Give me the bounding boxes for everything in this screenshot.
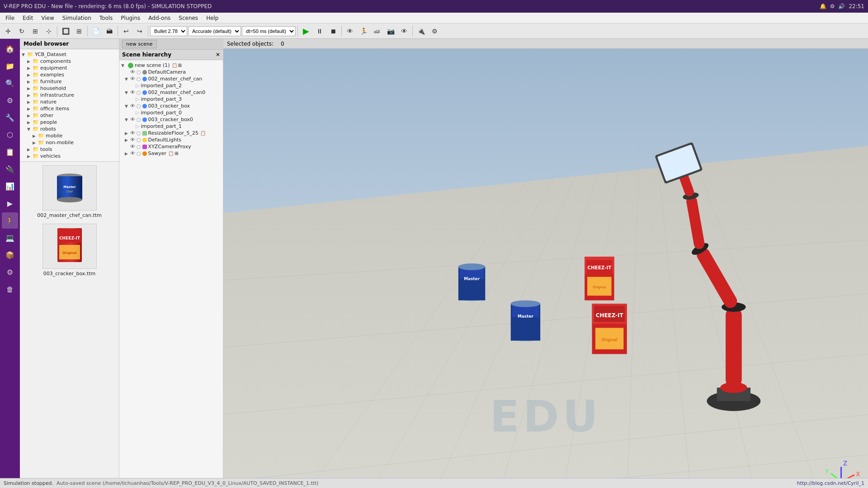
menu-help[interactable]: Help: [203, 14, 222, 22]
tree-household[interactable]: ▶ 📁 household: [20, 85, 119, 92]
model-tree[interactable]: ▼ 📁 YCB_Dataset ▶ 📁 components ▶ 📁 equip…: [20, 49, 119, 162]
tree-robots[interactable]: ▼ 📁 robots: [20, 126, 119, 132]
tree-non-mobile[interactable]: ▶ 📁 non-mobile: [20, 139, 119, 146]
scene-header-close[interactable]: ✕: [216, 52, 220, 58]
sidebar-folder-icon[interactable]: 📁: [2, 58, 18, 74]
scene-item-imported-part-0[interactable]: ▷ imported_part_0: [119, 109, 223, 116]
menubar: File Edit View Simulation Tools Plugins …: [0, 13, 868, 23]
tb-pause-btn[interactable]: ⏸: [313, 25, 326, 38]
sidebar-play-icon[interactable]: ▶: [2, 195, 18, 211]
sidebar-gear2-icon[interactable]: ⚙: [2, 264, 18, 280]
scene-tab-bar: new scene: [119, 39, 223, 50]
tree-other[interactable]: ▶ 📁 other: [20, 112, 119, 119]
menu-edit[interactable]: Edit: [19, 14, 37, 22]
status-right: http://blog.csdn.net/Cyril_1: [797, 480, 864, 486]
menu-scenes[interactable]: Scenes: [175, 14, 202, 22]
tb-grid-btn[interactable]: ⊞: [73, 25, 85, 38]
tree-furniture[interactable]: ▶ 📁 furniture: [20, 78, 119, 85]
model-item-master-chef[interactable]: Master Chef 002_master_chef_can.ttm: [24, 165, 115, 218]
tb-snap-btn[interactable]: 🔲: [59, 25, 72, 38]
sidebar-settings-icon[interactable]: ⚙: [2, 92, 18, 108]
sidebar-search-icon[interactable]: 🔍: [2, 75, 18, 91]
tb-undo-btn[interactable]: ↩: [120, 25, 132, 38]
model-label-master-chef: 002_master_chef_can.ttm: [37, 212, 102, 218]
tb-select-btn[interactable]: ⊹: [42, 25, 55, 38]
scene-content: ▼ new scene (1) 📋 ⊞ 👁 ○ DefaultCamera ▼ …: [119, 60, 223, 478]
sidebar-figure-icon[interactable]: 🚶: [2, 212, 18, 229]
scene-item-imported-part-1[interactable]: ▷ imported_part_1: [119, 123, 223, 130]
scene-item-resizable-floor[interactable]: ▶ 👁 ○ ResizableFloor_5_25 📋: [119, 130, 223, 136]
new-scene-tab[interactable]: new scene: [122, 40, 157, 48]
menu-simulation[interactable]: Simulation: [59, 14, 95, 22]
tree-vehicles[interactable]: ▶ 📁 vehicles: [20, 153, 119, 160]
tb-api-btn[interactable]: ⚙: [428, 25, 441, 38]
tb-play-btn[interactable]: ▶: [300, 25, 312, 38]
tb-view2-btn[interactable]: 🏃: [357, 25, 370, 38]
tree-office-items[interactable]: ▶ 📁 office items: [20, 105, 119, 112]
tb-cam-btn[interactable]: 📷: [384, 25, 397, 38]
tb-connect-btn[interactable]: 🔌: [415, 25, 427, 38]
tb-eye-btn[interactable]: 👁: [398, 25, 410, 38]
accuracy-select[interactable]: Accurate (default): [188, 26, 241, 36]
scene-item-master-chef-can[interactable]: ▼ 👁 ○ 002_master_chef_can: [119, 75, 223, 82]
scene-svg: Master Master CHEEZ-IT Ori: [223, 49, 868, 478]
model-item-cracker-box[interactable]: CHEEZ-IT Original 003_cracker_box.ttm: [24, 224, 115, 277]
tree-equipment[interactable]: ▶ 📁 equipment: [20, 65, 119, 71]
menu-file[interactable]: File: [2, 14, 18, 22]
sidebar-tools-icon[interactable]: 🔧: [2, 109, 18, 126]
sidebar-list-icon[interactable]: 📋: [2, 144, 18, 160]
menu-view[interactable]: View: [38, 14, 57, 22]
scene-item-cracker-box[interactable]: ▼ 👁 ○ 003_cracker_box: [119, 103, 223, 109]
tb-stop-btn[interactable]: ⏹: [327, 25, 340, 38]
toolbar: ✛ ↻ ⊞ ⊹ 🔲 ⊞ 📄 🏔 ↩ ↪ Bullet 2.78 Accurate…: [0, 23, 868, 39]
sidebar-chart-icon[interactable]: 📊: [2, 178, 18, 194]
menu-addons[interactable]: Add-ons: [145, 14, 174, 22]
tree-examples[interactable]: ▶ 📁 examples: [20, 71, 119, 78]
tree-mobile[interactable]: ▶ 📁 mobile: [20, 132, 119, 139]
sidebar-terminal-icon[interactable]: 💻: [2, 230, 18, 246]
svg-text:Chef: Chef: [66, 190, 73, 193]
scene-item-default-lights[interactable]: ▶ 👁 ○ DefaultLights: [119, 136, 223, 143]
sidebar-hex-icon[interactable]: ⬡: [2, 127, 18, 143]
tree-people[interactable]: ▶ 📁 people: [20, 119, 119, 126]
tree-ycb[interactable]: ▼ 📁 YCB_Dataset: [20, 51, 119, 58]
tb-redo-btn[interactable]: ↪: [133, 25, 146, 38]
tb-scene-prop-btn[interactable]: 🏔: [103, 25, 116, 38]
tb-rotate-btn[interactable]: ↻: [15, 25, 28, 38]
scene-item-sawyer[interactable]: ▶ 👁 ○ Sawyer 📋 ⊞: [119, 150, 223, 157]
3d-viewport[interactable]: EDU: [223, 49, 868, 478]
tb-view1-btn[interactable]: 👁: [344, 25, 356, 38]
svg-text:Y: Y: [825, 468, 829, 475]
timestep-select[interactable]: dt=50 ms (default): [242, 26, 296, 36]
physics-engine-select[interactable]: Bullet 2.78: [150, 26, 187, 36]
scene-item-root[interactable]: ▼ new scene (1) 📋 ⊞: [119, 62, 223, 69]
menu-tools[interactable]: Tools: [96, 14, 117, 22]
sidebar-home-icon[interactable]: 🏠: [2, 41, 18, 57]
tb-scale-btn[interactable]: ⊞: [29, 25, 42, 38]
tree-tools[interactable]: ▶ 📁 tools: [20, 146, 119, 153]
svg-text:Original: Original: [593, 285, 606, 289]
settings-icon: ⚙: [830, 3, 835, 9]
scene-item-xyz-camera-proxy[interactable]: 👁 ○ XYZCameraProxy: [119, 143, 223, 150]
tree-nature[interactable]: ▶ 📁 nature: [20, 99, 119, 105]
scene-item-master-chef-can0[interactable]: ▼ 👁 ○ 002_master_chef_can0: [119, 89, 223, 96]
sidebar-plugin-icon[interactable]: 🔌: [2, 161, 18, 177]
menu-plugins[interactable]: Plugins: [117, 14, 144, 22]
tb-sep-6: [341, 26, 342, 37]
scene-item-default-camera[interactable]: 👁 ○ DefaultCamera: [119, 69, 223, 75]
tree-components[interactable]: ▶ 📁 components: [20, 58, 119, 65]
statusbar: Simulation stopped. Auto-saved scene (/h…: [0, 478, 868, 488]
scene-item-imported-part-3[interactable]: ▷ imported_part_3: [119, 96, 223, 103]
model-preview-area: Master Chef 002_master_chef_can.ttm: [20, 162, 119, 478]
tb-obj-prop-btn[interactable]: 📄: [90, 25, 102, 38]
sidebar-trash-icon[interactable]: 🗑: [2, 281, 18, 297]
tree-infrastructure[interactable]: ▶ 📁 infrastructure: [20, 92, 119, 99]
selected-objects-count: 0: [281, 41, 284, 47]
scene-item-cracker-box0[interactable]: ▼ 👁 ○ 003_cracker_box0: [119, 116, 223, 123]
selected-objects-bar: Selected objects: 0: [223, 39, 868, 49]
tb-view3-btn[interactable]: 🏎: [371, 25, 383, 38]
scene-item-imported-part-2[interactable]: ▷ imported_part_2: [119, 82, 223, 89]
sidebar-layers-icon[interactable]: 📦: [2, 247, 18, 263]
svg-text:Master: Master: [464, 277, 480, 281]
tb-move-btn[interactable]: ✛: [2, 25, 14, 38]
